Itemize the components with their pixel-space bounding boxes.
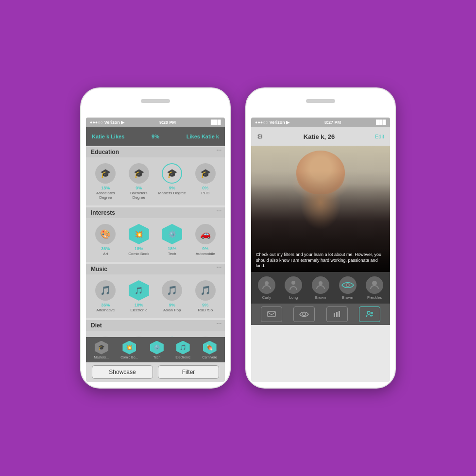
bottom-icon-3[interactable]: 🎵 Electronic [175,341,190,359]
diet-icon-0: ☠️ [95,337,116,337]
tab-likes-katie-k[interactable]: Likes Katie k [187,134,219,139]
diet-item-0[interactable]: ☠️ 27% Allergies [89,335,122,337]
edu-icon-3: 🎓 [195,163,216,184]
bottom-icon-grad: 🎓 [95,341,108,355]
diet-item-1[interactable]: 🍔 18% Anything [122,335,156,337]
edu-lbl-0: AssociatesDegree [96,191,115,200]
section-interests: Interests ··· 🎨 36% Art 💥 18% [86,206,225,263]
filter-long[interactable]: Long [280,276,307,300]
profile-nav: ⚙ Katie k, 26 Edit [251,127,390,146]
mus-item-1[interactable]: 🎵 18% Electronic [122,278,156,314]
edu-item-3[interactable]: 🎓 0% PHD [189,161,222,202]
settings-icon[interactable]: ⚙ [257,133,263,140]
nav-eye[interactable] [293,306,315,322]
battery-right: ▉▉▉ [376,120,386,125]
int-pct-2: 18% [168,246,176,251]
edu-pct-3: 0% [202,186,208,190]
edu-lbl-3: PHD [201,191,209,195]
svg-point-0 [265,281,269,285]
tab-katie-k-likes[interactable]: Katie k Likes [92,134,124,139]
scroll-area: Education ··· 🎓 18% AssociatesDegree 🎓 [86,146,225,337]
filter-avatar-3 [339,276,357,294]
bottom-lbl-0: Masters... [94,356,109,359]
nav-bar-left[interactable]: Katie k Likes 9% Likes Katie k [86,127,225,146]
section-header-education: Education ··· [86,147,225,157]
filter-freckles[interactable]: Freckles [361,276,388,300]
edu-lbl-2: Masters Degree [158,191,186,195]
mus-pct-2: 9% [169,303,175,307]
speaker-right [306,99,335,103]
nav-stats[interactable] [326,306,348,322]
filter-curly[interactable]: Curly [253,276,280,300]
profile-name: Katie k, 26 [304,133,335,140]
section-header-music: Music ··· [86,264,225,274]
int-item-3[interactable]: 🚗 9% Automobile [189,222,222,258]
filter-lbl-2: Brown [315,295,326,300]
time-left: 9:20 PM [159,120,176,125]
int-icon-comic: 💥 [129,224,149,244]
bio-overlay: Check out my filters and your learn a lo… [251,248,390,272]
int-icon-auto: 🚗 [195,224,216,244]
int-icon-tech: ⚙️ [162,224,182,244]
edu-pct-1: 9% [136,186,142,190]
more-dots-diet[interactable]: ··· [217,321,222,326]
bottom-icon-1[interactable]: 💥 Comic Bo... [120,341,138,359]
int-lbl-1: Comic Book [128,252,149,256]
filter-strip: Curly Long [251,272,390,304]
section-header-diet: Diet ··· [86,320,225,331]
showcase-button[interactable]: Showcase [92,365,153,379]
int-lbl-0: Art [103,252,108,256]
filter-brown-hair[interactable]: Brown [307,276,334,300]
bottom-lbl-4: Carnivore [202,356,217,359]
section-diet: Diet ··· ☠️ 27% Allergies 🍔 18% [86,319,225,337]
svg-rect-10 [339,311,340,317]
interests-grid: 🎨 36% Art 💥 18% Comic Book ⚙️ [86,218,225,262]
mus-icon-3: 🎵 [195,280,216,301]
int-item-1[interactable]: 💥 18% Comic Book [122,222,156,258]
nav-message[interactable] [261,306,282,322]
carrier-left: ●●●○○ Verizon ▶ [90,120,124,125]
diet-item-2[interactable]: 🍖 9% Carnivore [155,335,189,337]
bottom-icon-comic: 💥 [122,341,136,355]
int-item-2[interactable]: ⚙️ 18% Tech [155,222,189,258]
phone1-screen: ●●●○○ Verizon ▶ 9:20 PM ▉▉▉ Katie k Like… [86,118,225,382]
bottom-icon-diet: 🍖 [203,341,217,355]
diet-icon-1: 🍔 [129,337,149,337]
mus-item-2[interactable]: 🎵 9% Asian Pop [155,278,189,314]
speaker [141,99,170,103]
svg-point-11 [367,311,370,314]
bottom-icon-0[interactable]: 🎓 Masters... [94,341,109,359]
phone2-screen: ●●●○○ Verizon ▶ 8:27 PM ▉▉▉ ⚙ Katie k, 2… [251,118,390,382]
edu-item-1[interactable]: 🎓 9% BachelorsDegree [122,161,156,202]
filter-avatar-0 [258,276,275,294]
edu-icon-1: 🎓 [129,163,149,184]
bottom-icon-2[interactable]: ⚙️ Tech [150,341,164,359]
diet-item-3[interactable]: ✏️ 0% Gluton Fre [189,335,222,337]
nav-profile[interactable] [359,306,380,322]
bottom-lbl-1: Comic Bo... [120,356,138,359]
filter-brown-eyes[interactable]: Brown [334,276,361,300]
edu-pct-0: 18% [101,186,110,190]
edu-item-0[interactable]: 🎓 18% AssociatesDegree [89,161,122,202]
svg-point-7 [303,313,306,316]
svg-point-4 [347,284,349,286]
filter-lbl-0: Curly [262,295,271,300]
svg-point-5 [372,281,377,286]
filter-lbl-3: Brown [342,295,353,300]
section-header-interests: Interests ··· [86,207,225,218]
mus-pct-0: 36% [101,303,110,307]
edu-item-2[interactable]: 🎓 9% Masters Degree [155,161,189,202]
action-bar: Showcase Filter [86,362,225,382]
edit-button[interactable]: Edit [375,134,384,139]
more-dots-education[interactable]: ··· [217,148,222,153]
mus-item-3[interactable]: 🎵 9% R&B /So [189,278,222,314]
more-dots-music[interactable]: ··· [217,265,222,270]
filter-button[interactable]: Filter [158,365,219,379]
bio-text: Check out my filters and your learn a lo… [256,252,381,268]
mus-icon-2: 🎵 [162,280,182,301]
more-dots-interests[interactable]: ··· [217,208,222,214]
mus-item-0[interactable]: 🎵 36% Alternative [89,278,122,314]
int-item-0[interactable]: 🎨 36% Art [89,222,122,258]
bottom-icon-4[interactable]: 🍖 Carnivore [202,341,217,359]
int-lbl-3: Automobile [196,252,215,256]
